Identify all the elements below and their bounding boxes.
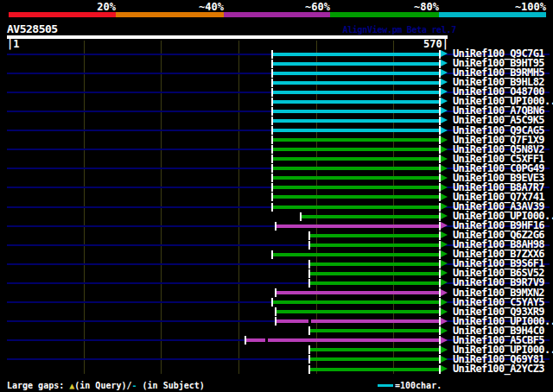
hit-bar[interactable] (273, 81, 439, 85)
hit-bar[interactable] (310, 243, 440, 247)
hit-bar[interactable] (273, 176, 439, 180)
hit-bar[interactable] (273, 138, 439, 142)
hit-label[interactable]: UniRef100_A2YCZ3 (453, 364, 544, 374)
hit-start-tick (308, 345, 310, 354)
hit-start-tick (271, 79, 273, 87)
watermark: AlignView.pm Beta rel.7 (342, 25, 456, 35)
identity-scale-label: ~80% (414, 1, 439, 11)
identity-scale-label: ~60% (305, 1, 330, 11)
hit-start-tick (308, 355, 310, 364)
hit-start-tick (271, 98, 273, 106)
hit-bar[interactable] (276, 224, 439, 228)
scale-line-label: =100char. (395, 381, 442, 390)
hit-bar[interactable] (273, 186, 439, 189)
hit-arrowhead-icon (441, 60, 448, 66)
hit-start-tick (271, 193, 273, 201)
hit-arrowhead-icon (441, 88, 448, 95)
hit-bar[interactable] (273, 119, 439, 123)
hit-arrowhead-icon (441, 327, 448, 334)
hit-start-tick (275, 288, 276, 297)
hit-bar[interactable] (273, 167, 439, 170)
identity-scale-label: ~40% (199, 1, 224, 11)
hit-bar[interactable] (273, 253, 439, 256)
hit-arrowhead-icon (441, 127, 448, 134)
ruler-start-label: |1 (7, 40, 19, 49)
hit-arrowhead-icon (441, 203, 448, 210)
hit-bar[interactable] (276, 319, 439, 323)
hit-bar[interactable] (273, 157, 439, 161)
hit-start-tick (275, 307, 276, 316)
hit-arrowhead-icon (441, 241, 448, 248)
hit-arrowhead-icon (441, 269, 448, 276)
hit-bar[interactable] (276, 310, 439, 313)
hit-bar[interactable] (310, 368, 440, 371)
hit-arrowhead-icon (441, 50, 448, 57)
hit-bar[interactable] (310, 281, 440, 285)
hit-bar[interactable] (310, 348, 440, 351)
legend-text: Large gaps: (7, 381, 69, 390)
hit-start-tick (271, 126, 273, 135)
hit-bar[interactable] (273, 300, 439, 304)
hit-start-tick (275, 222, 276, 231)
query-ruler (7, 35, 448, 39)
legend-scale: =100char. (378, 381, 442, 390)
legend-text: (in Query)/ (74, 381, 131, 390)
hit-arrowhead-icon (441, 299, 448, 306)
hit-arrowhead-icon (441, 318, 448, 325)
hit-bar[interactable] (273, 195, 439, 199)
hit-start-tick (300, 212, 302, 221)
identity-scale-label: ~100% (515, 1, 546, 11)
hit-bar[interactable] (273, 129, 439, 132)
hit-bar[interactable] (273, 62, 439, 66)
hit-start-tick (271, 164, 273, 173)
hit-bar[interactable] (310, 357, 440, 361)
hit-bar[interactable] (273, 110, 439, 113)
hit-bar[interactable] (276, 291, 439, 294)
hit-start-tick (271, 88, 273, 97)
hit-start-tick (271, 60, 273, 68)
hit-arrowhead-icon (441, 98, 448, 104)
hit-bar[interactable] (310, 272, 440, 275)
hit-start-tick (271, 183, 273, 192)
identity-scale-label: 20% (97, 1, 116, 11)
hit-arrowhead-icon (441, 136, 448, 143)
hit-bar[interactable] (273, 100, 439, 104)
hit-start-tick (308, 269, 310, 278)
hit-arrowhead-icon (441, 308, 448, 315)
hit-bar[interactable] (273, 53, 439, 56)
hit-start-tick (308, 231, 310, 240)
legend-large-gaps: Large gaps: ▲(in Query)/- (in Subject) (7, 381, 205, 390)
hit-arrowhead-icon (441, 184, 448, 191)
hit-arrowhead-icon (441, 117, 448, 123)
hit-start-tick (308, 326, 310, 335)
scale-line-icon (378, 384, 393, 387)
hit-start-tick (245, 336, 246, 345)
hit-bar[interactable] (302, 215, 439, 218)
hit-arrowhead-icon (441, 107, 448, 114)
alignview-overview: 20%~40%~60%~80%~100% AV528505 AlignView.… (0, 0, 553, 392)
hit-bar[interactable] (310, 262, 440, 266)
hit-arrowhead-icon (441, 337, 448, 344)
hit-bar[interactable] (273, 91, 439, 94)
hit-start-tick (308, 279, 310, 288)
hit-start-tick (308, 260, 310, 269)
legend-text: (in Subject) (137, 381, 205, 390)
hit-arrowhead-icon (441, 165, 448, 172)
hit-start-tick (271, 145, 273, 154)
hit-arrowhead-icon (441, 279, 448, 286)
hit-bar[interactable] (273, 148, 439, 151)
hit-arrowhead-icon (441, 212, 448, 219)
hit-bar[interactable] (273, 72, 439, 75)
hit-start-tick (271, 69, 273, 78)
gap-mark (308, 319, 311, 323)
query-id: AV528505 (7, 22, 58, 35)
hit-bar[interactable] (273, 205, 439, 209)
hit-bar[interactable] (310, 329, 440, 332)
hit-arrowhead-icon (441, 365, 448, 372)
hit-start-tick (275, 317, 276, 326)
hit-arrowhead-icon (441, 222, 448, 229)
hit-start-tick (308, 365, 310, 374)
hit-bar[interactable] (310, 234, 440, 237)
hit-bar[interactable] (246, 338, 439, 342)
hit-arrowhead-icon (441, 69, 448, 76)
